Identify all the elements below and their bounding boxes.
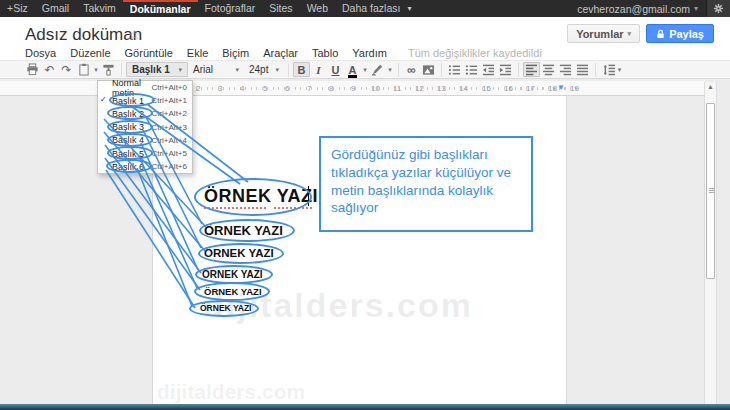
style-menu-item-normal[interactable]: Normal metin Ctrl+Alt+0 [98, 81, 192, 94]
font-dropdown[interactable]: Arial ▾ [188, 62, 244, 77]
topbar-link-takvim[interactable]: Takvim [76, 0, 123, 17]
highlight-caret[interactable]: ▾ [386, 62, 394, 77]
print-button[interactable] [24, 62, 41, 77]
style-menu-label: Başlık 6 [112, 162, 144, 172]
menu-duzenle[interactable]: Düzenle [63, 47, 117, 59]
justify-button[interactable] [574, 62, 591, 77]
topbar-link-plus-siz[interactable]: +Siz [0, 0, 35, 17]
menu-tablo[interactable]: Tablo [305, 47, 345, 59]
ruler-number: 14 [459, 84, 468, 93]
numbered-list-button[interactable] [446, 62, 463, 77]
watermark-bottom: dijitalders.com [157, 380, 567, 404]
text-color-button[interactable]: A [344, 62, 361, 77]
insert-image-button[interactable] [420, 62, 437, 77]
ruler-number: 9 [351, 84, 355, 93]
sample-text-heading3[interactable]: ÖRNEK YAZI [204, 247, 274, 259]
menu-ekle[interactable]: Ekle [180, 47, 215, 59]
ruler-number: 15 [482, 84, 491, 93]
caret-icon: ▾ [618, 66, 622, 74]
caret-icon: ▾ [388, 66, 392, 74]
style-menu-shortcut: Ctrl+Alt+3 [151, 123, 187, 132]
text-cursor [308, 186, 309, 206]
sample-text-heading6[interactable]: ÖRNEK YAZI [200, 303, 252, 313]
settings-gear-button[interactable] [706, 0, 730, 17]
divider [288, 63, 289, 77]
account-email[interactable]: cevherozan@gmail.com [577, 3, 694, 15]
bold-button[interactable]: B [293, 62, 310, 77]
menu-bar: Dosya Düzenle Görüntüle Ekle Biçim Araçl… [18, 47, 542, 59]
style-menu-item-heading2[interactable]: Başlık 2 Ctrl+Alt+2 [98, 107, 192, 120]
scrollbar-thumb[interactable] [706, 103, 715, 279]
underline-button[interactable]: U [327, 62, 344, 77]
style-menu-item-heading6[interactable]: Başlık 6 Ctrl+Alt+6 [98, 160, 192, 173]
sample-text-heading4[interactable]: ÖRNEK YAZI [202, 269, 263, 280]
bulleted-list-button[interactable] [463, 62, 480, 77]
style-menu-item-heading3[interactable]: Başlık 3 Ctrl+Alt+3 [98, 121, 192, 134]
insert-link-button[interactable]: ∞ [403, 62, 420, 77]
caret-icon: ▾ [178, 66, 182, 74]
style-menu-item-heading5[interactable]: Başlık 5 Ctrl+Alt+5 [98, 147, 192, 160]
align-center-button[interactable] [540, 62, 557, 77]
spellcheck-underline [274, 207, 312, 209]
menu-dosya[interactable]: Dosya [18, 47, 63, 59]
clipboard-caret[interactable]: ▾ [92, 62, 100, 77]
bold-icon: B [298, 64, 306, 76]
redo-icon: ↷ [61, 63, 71, 77]
menu-yardim[interactable]: Yardım [345, 47, 394, 59]
ruler-number: 17 [526, 84, 535, 93]
menu-araclar[interactable]: Araçlar [256, 47, 305, 59]
bulleted-list-icon [465, 64, 478, 76]
text-color-caret[interactable]: ▾ [361, 62, 369, 77]
topbar-link-dokumanlar[interactable]: Dokümanlar [123, 0, 198, 17]
style-menu-item-heading4[interactable]: Başlık 4 Ctrl+Alt+4 [98, 134, 192, 147]
style-menu-label: Başlık 1 [112, 96, 144, 106]
caret-icon: ▾ [363, 66, 367, 74]
google-docs-window: +Siz Gmail Takvim Dokümanlar Fotoğraflar… [0, 0, 730, 410]
toolbar: ↶ ↷ ▾ Başlık 1 ▾ Arial ▾ 24pt ▾ B I U A … [0, 60, 730, 79]
decrease-indent-button[interactable] [480, 62, 497, 77]
scrollbar-up-arrow[interactable]: ▲ [705, 83, 716, 90]
undo-button[interactable]: ↶ [41, 62, 58, 77]
style-dropdown[interactable]: Başlık 1 ▾ [126, 62, 188, 77]
style-menu-shortcut: Ctrl+Alt+6 [151, 162, 187, 171]
align-right-button[interactable] [557, 62, 574, 77]
document-title[interactable]: Adsız doküman [25, 25, 142, 45]
ruler-ticks [152, 87, 578, 90]
vertical-scrollbar[interactable]: ▲ [704, 82, 717, 404]
web-clipboard-button[interactable] [75, 62, 92, 77]
more-caret-icon: ▾ [407, 0, 418, 17]
sample-text-heading5[interactable]: ÖRNEK YAZI [204, 286, 262, 297]
increase-indent-button[interactable] [497, 62, 514, 77]
redo-button[interactable]: ↷ [58, 62, 75, 77]
sample-text-heading1[interactable]: ÖRNEK YAZI [204, 186, 318, 207]
topbar-link-fotograflar[interactable]: Fotoğraflar [198, 0, 263, 17]
comments-button[interactable]: Yorumlar ▾ [567, 24, 640, 43]
menu-goruntule[interactable]: Görüntüle [118, 47, 180, 59]
google-black-bar: +Siz Gmail Takvim Dokümanlar Fotoğraflar… [0, 0, 730, 17]
account-caret-icon: ▾ [694, 4, 706, 13]
document-page[interactable]: dijitalders.com dijitalders.com Gördüğün… [152, 96, 567, 404]
style-menu-shortcut: Ctrl+Alt+4 [151, 136, 187, 145]
spellcheck-underline [204, 207, 266, 209]
menu-bicim[interactable]: Biçim [215, 47, 256, 59]
italic-button[interactable]: I [310, 62, 327, 77]
paint-format-button[interactable] [100, 62, 117, 77]
style-menu-item-heading1[interactable]: ✓ Başlık 1 Ctrl+Alt+1 [98, 94, 192, 107]
style-menu-shortcut: Ctrl+Alt+2 [151, 109, 187, 118]
sample-text-heading2[interactable]: ÖRNEK YAZI [204, 223, 283, 238]
align-left-button[interactable] [523, 62, 540, 77]
line-spacing-button[interactable]: ▾ [600, 62, 624, 77]
style-menu-shortcut: Ctrl+Alt+1 [151, 96, 187, 105]
star-icon[interactable]: ☆ [128, 27, 141, 43]
font-size-dropdown[interactable]: 24pt ▾ [244, 62, 284, 77]
right-indent-marker[interactable]: ▼ [557, 83, 565, 92]
highlight-button[interactable] [369, 62, 386, 77]
topbar-link-sites[interactable]: Sites [262, 0, 299, 17]
topbar-link-web[interactable]: Web [300, 0, 335, 17]
save-status: Tüm değişiklikler kaydedildi [394, 47, 542, 59]
topbar-link-gmail[interactable]: Gmail [35, 0, 76, 17]
ruler-number: 8 [329, 84, 333, 93]
style-dropdown-menu: Normal metin Ctrl+Alt+0 ✓ Başlık 1 Ctrl+… [97, 80, 193, 174]
share-button[interactable]: Paylaş [646, 24, 714, 43]
topbar-link-more[interactable]: Daha fazlası [335, 0, 407, 17]
